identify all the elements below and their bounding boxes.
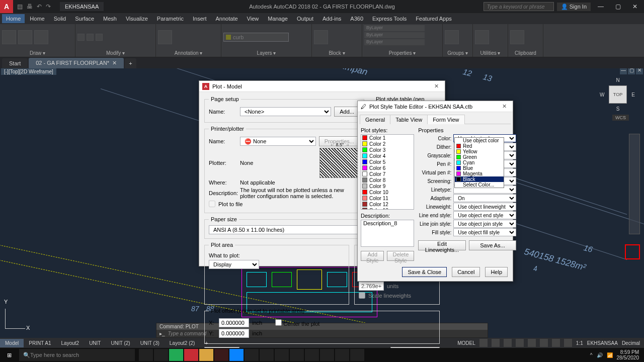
status-model[interactable]: MODEL <box>457 340 475 346</box>
lineweight-select[interactable]: Use object lineweight <box>453 203 516 211</box>
taskbar-app[interactable] <box>184 349 198 361</box>
qat-icon[interactable]: 🖶 <box>27 3 33 10</box>
status-icon[interactable] <box>528 339 536 347</box>
plot-style-item[interactable]: Color 2 <box>361 141 414 147</box>
ribbon-tab[interactable]: Home <box>2 14 25 23</box>
layout-tab[interactable]: Layout2 <box>56 339 85 347</box>
adaptive-select[interactable]: On <box>453 194 516 202</box>
status-layer[interactable]: EKHSANSAA <box>587 340 618 346</box>
layout-tab[interactable]: Model <box>0 339 24 347</box>
ribbon-panel-label[interactable]: Annotation ▾ <box>158 49 219 57</box>
ribbon-panel-label[interactable]: Properties ▾ <box>364 49 440 57</box>
taskbar-app[interactable] <box>290 349 304 361</box>
plot-style-item[interactable]: Color 13 <box>361 207 414 210</box>
fill-style-select[interactable]: Use object fill style <box>453 228 516 236</box>
ribbon-panel-label[interactable]: Clipboard <box>510 49 541 57</box>
nav-bar[interactable] <box>629 134 640 234</box>
taskbar-app[interactable] <box>335 349 349 361</box>
plot-style-item[interactable]: Color 7 <box>361 171 414 177</box>
status-icon[interactable] <box>540 339 548 347</box>
viewcube-e[interactable]: E <box>631 92 635 98</box>
file-tab-doc[interactable]: 02 - GA FIRST FLOORPLAN* ✕ <box>29 58 124 68</box>
qat-icon[interactable]: ▤ <box>17 3 23 10</box>
line-end-select[interactable]: Use object end style <box>453 211 516 219</box>
status-scale[interactable]: 1:1 <box>576 340 583 346</box>
system-tray[interactable]: ^🔊📶 8:59 PM 28/5/2020 <box>590 349 644 360</box>
status-icon[interactable] <box>479 339 488 347</box>
autocad-logo[interactable]: A <box>0 0 13 13</box>
prop-lw[interactable]: ByLayer <box>364 32 425 38</box>
help-search[interactable] <box>484 2 554 11</box>
ribbon-tab[interactable]: Solid <box>50 14 70 23</box>
layout-tab[interactable]: PRINT A1 <box>24 339 56 347</box>
paper-size-select[interactable]: ANSI A (8.50 x 11.00 Inches) <box>209 225 370 234</box>
status-icon[interactable] <box>552 339 560 347</box>
minimize-button[interactable]: — <box>594 2 608 12</box>
close-button[interactable]: ✕ <box>628 2 642 12</box>
plot-style-item[interactable]: Color 8 <box>361 177 414 183</box>
plotter-select[interactable]: ⛔ None <box>240 137 316 146</box>
color-option[interactable]: Cyan <box>455 160 504 165</box>
taskbar-app[interactable] <box>275 349 289 361</box>
ribbon-tab[interactable]: Add-ins <box>318 14 345 23</box>
color-option[interactable]: Yellow <box>455 149 504 154</box>
color-option[interactable]: Green <box>455 154 504 160</box>
plot-style-item[interactable]: Color 4 <box>361 153 414 159</box>
cancel-button[interactable]: Cancel <box>452 267 480 277</box>
layer-combo[interactable]: curb <box>233 34 244 40</box>
taskbar-app[interactable] <box>169 349 183 361</box>
ribbon-tab[interactable]: Parametric <box>153 14 188 23</box>
ribbon-tab[interactable]: Annotate <box>212 14 242 23</box>
color-option[interactable]: Magenta <box>455 171 504 176</box>
taskbar-app[interactable] <box>260 349 274 361</box>
color-dropdown[interactable]: Use object colorRedYellowGreenCyanBlueMa… <box>454 137 504 188</box>
qat-icon[interactable]: ↷ <box>46 3 51 10</box>
status-units[interactable]: Decimal <box>622 340 640 346</box>
plot-dialog-title[interactable]: A Plot - Model ✕ <box>199 81 445 92</box>
ribbon-panel-label[interactable]: Modify ▾ <box>77 49 153 57</box>
ribbon-panel-label[interactable]: Utilities ▾ <box>475 49 506 57</box>
what-to-plot-select[interactable]: Display <box>209 260 259 269</box>
save-as-button[interactable]: Save As... <box>469 240 517 250</box>
file-tab-start[interactable]: Start <box>2 58 28 68</box>
taskbar-app[interactable] <box>229 349 244 361</box>
status-icon[interactable] <box>492 339 500 347</box>
maximize-button[interactable]: ▢ <box>611 2 625 12</box>
color-option[interactable]: Black <box>455 176 504 182</box>
pse-title[interactable]: 🖊 Plot Style Table Editor - EKHSAN SAA.c… <box>358 101 513 112</box>
taskbar-app[interactable] <box>305 349 319 361</box>
ribbon-panel-label[interactable]: Layers ▾ <box>223 49 309 57</box>
viewcube[interactable]: N S E W TOP <box>603 79 633 110</box>
taskbar-app[interactable] <box>350 349 364 361</box>
ribbon-tab[interactable]: View <box>243 14 263 23</box>
edit-lineweights-button[interactable]: Edit Lineweights... <box>418 240 466 250</box>
qat-icon[interactable]: ↶ <box>37 3 42 10</box>
taskbar-app[interactable] <box>139 349 153 361</box>
color-option[interactable]: Select Color... <box>455 182 504 188</box>
plot-style-item[interactable]: Color 9 <box>361 183 414 189</box>
ribbon-panel-label[interactable]: Groups ▾ <box>445 49 470 57</box>
viewcube-w[interactable]: W <box>600 92 604 98</box>
ribbon-tab[interactable]: Featured Apps <box>412 14 456 23</box>
prop-lt[interactable]: ByLayer <box>364 39 425 45</box>
plot-style-item[interactable]: Color 5 <box>361 159 414 165</box>
ribbon-tab[interactable]: Surface <box>71 14 98 23</box>
offset-x[interactable] <box>219 318 249 327</box>
center-plot-check[interactable] <box>275 319 282 326</box>
close-icon[interactable]: ✕ <box>431 83 442 89</box>
start-button[interactable]: ⊞ <box>0 348 18 362</box>
ribbon-panel-label[interactable]: Block ▾ <box>314 49 360 57</box>
ribbon-tab[interactable]: Visualize <box>122 14 152 23</box>
taskbar-app[interactable] <box>199 349 213 361</box>
ribbon-tab[interactable]: Insert <box>189 14 211 23</box>
taskbar-app[interactable] <box>154 349 168 361</box>
taskbar-search[interactable]: 🔍 Type here to search <box>19 349 135 361</box>
ribbon-tab[interactable]: A360 <box>346 14 367 23</box>
tab-form-view[interactable]: Form View <box>427 115 464 124</box>
color-option[interactable]: Use object color <box>455 138 504 143</box>
ribbon-tab[interactable]: Manage <box>264 14 292 23</box>
plot-style-item[interactable]: Color 1 <box>361 135 414 141</box>
wcs-label[interactable]: WCS <box>612 115 629 121</box>
plot-style-item[interactable]: Color 6 <box>361 165 414 171</box>
prop-color[interactable]: ByLayer <box>364 25 425 31</box>
